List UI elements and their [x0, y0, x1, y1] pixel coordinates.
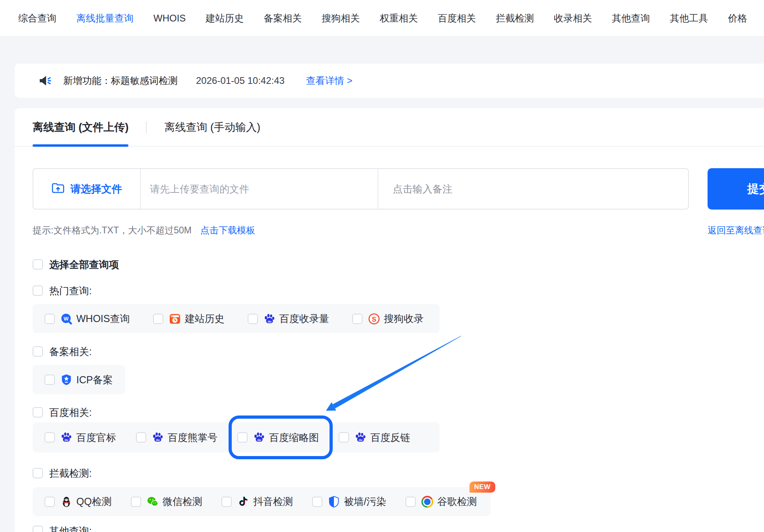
sogou-icon: S: [368, 313, 380, 325]
option-strip: WWHOIS查询建站历史du百度收录量S搜狗收录: [33, 304, 440, 333]
nav-item[interactable]: 收录相关: [554, 12, 592, 25]
option-checkbox[interactable]: [405, 497, 416, 507]
query-option[interactable]: du百度反链: [339, 431, 410, 444]
wechat-icon: [147, 496, 159, 508]
file-upload-input[interactable]: 请先上传要查询的文件: [141, 169, 378, 209]
option-checkbox[interactable]: [312, 497, 322, 507]
option-checkbox[interactable]: [131, 497, 141, 507]
tab-offline-file-upload[interactable]: 离线查询 (文件上传): [33, 108, 128, 146]
option-checkbox[interactable]: [153, 314, 163, 324]
tip-text: 提示:文件格式为.TXT，大小不超过50M: [33, 224, 192, 237]
option-strip: QQ检测微信检测抖音检测被墙/污染谷歌检测NEW: [33, 487, 491, 516]
tip-row: 提示:文件格式为.TXT，大小不超过50M 点击下载模板: [33, 224, 255, 237]
query-option[interactable]: du百度官标: [45, 431, 116, 444]
query-option[interactable]: QQ检测: [45, 495, 112, 508]
new-badge: NEW: [469, 482, 495, 493]
tab-label: 离线查询 (手动输入): [164, 120, 260, 134]
select-all-checkbox[interactable]: [33, 259, 43, 270]
choose-file-button[interactable]: 请选择文件: [33, 169, 141, 209]
svg-text:du: du: [64, 438, 68, 442]
baidu-icon: du: [60, 431, 72, 443]
nav-item[interactable]: 搜狗相关: [322, 12, 360, 25]
option-label: 建站历史: [185, 312, 225, 325]
option-label: QQ检测: [76, 495, 112, 508]
option-checkbox[interactable]: [248, 314, 258, 324]
option-checkbox[interactable]: [45, 314, 55, 324]
nav-item[interactable]: 拦截检测: [496, 12, 534, 25]
choose-file-label: 请选择文件: [70, 182, 122, 196]
option-checkbox[interactable]: [45, 375, 55, 385]
qq-icon: [60, 496, 72, 508]
svg-text:du: du: [268, 319, 271, 323]
baidu-icon: du: [152, 431, 164, 443]
section-label-row: 备案相关:: [33, 346, 92, 357]
query-option[interactable]: 建站历史: [153, 312, 225, 325]
nav-item[interactable]: 备案相关: [264, 12, 302, 25]
nav-item[interactable]: 价格: [728, 12, 747, 25]
option-label: 搜狗收录: [384, 312, 424, 325]
notice-time: 2026-01-05 10:42:43: [196, 75, 285, 86]
section-label: 拦截检测:: [49, 467, 92, 480]
note-input[interactable]: 点击输入备注: [378, 169, 688, 209]
return-offline-link[interactable]: 返回至离线查询: [708, 224, 764, 237]
option-strip: du百度官标du百度熊掌号du百度缩略图du百度反链: [33, 422, 440, 452]
section-label: 备案相关:: [49, 345, 92, 358]
option-checkbox[interactable]: [339, 432, 349, 443]
query-option[interactable]: WWHOIS查询: [45, 312, 130, 325]
nav-item[interactable]: 其他查询: [612, 12, 650, 25]
option-checkbox[interactable]: [352, 314, 363, 324]
whois-icon: W: [60, 313, 72, 325]
nav-item[interactable]: 权重相关: [380, 12, 418, 25]
option-label: 微信检测: [163, 495, 202, 508]
query-option[interactable]: 微信检测: [131, 495, 202, 508]
douyin-icon: [237, 496, 249, 508]
query-option[interactable]: ICP备案: [45, 373, 113, 386]
query-option[interactable]: S搜狗收录: [352, 312, 424, 325]
option-checkbox[interactable]: [45, 432, 55, 443]
select-all-label: 选择全部查询项: [49, 258, 119, 271]
option-strip: ICP备案: [33, 365, 125, 394]
nav-item[interactable]: 离线批量查询: [76, 12, 134, 25]
option-checkbox[interactable]: [45, 497, 55, 507]
query-option[interactable]: 抖音检测: [221, 495, 293, 508]
section-label: 其他查询:: [49, 524, 92, 532]
option-label: 百度官标: [76, 431, 116, 444]
download-template-link[interactable]: 点击下载模板: [200, 224, 255, 237]
tab-offline-manual-input[interactable]: 离线查询 (手动输入): [164, 108, 260, 146]
section-label-row: 拦截检测:: [33, 467, 92, 479]
query-option[interactable]: du百度缩略图: [237, 431, 319, 444]
query-option[interactable]: 谷歌检测: [405, 495, 477, 508]
notice-bar: 新增功能：标题敏感词检测 2026-01-05 10:42:43 查看详情 >: [15, 64, 764, 98]
nav-item[interactable]: WHOIS: [153, 13, 186, 24]
section-checkbox[interactable]: [33, 346, 43, 357]
option-label: 被墙/污染: [344, 495, 386, 508]
option-checkbox[interactable]: [136, 432, 146, 443]
nav-item[interactable]: 综合查询: [18, 12, 56, 25]
option-checkbox[interactable]: [221, 497, 232, 507]
submit-button[interactable]: 提交: [708, 168, 764, 210]
section-checkbox[interactable]: [33, 285, 43, 296]
top-nav: 综合查询离线批量查询WHOIS建站历史备案相关搜狗相关权重相关百度相关拦截检测收…: [0, 0, 764, 37]
shield-split-icon: [328, 496, 340, 508]
section-checkbox[interactable]: [33, 526, 43, 532]
section-checkbox[interactable]: [33, 468, 43, 478]
option-label: WHOIS查询: [76, 312, 130, 325]
query-option[interactable]: du百度收录量: [248, 312, 329, 325]
nav-item[interactable]: 其他工具: [670, 12, 708, 25]
option-checkbox[interactable]: [237, 432, 248, 443]
svg-text:W: W: [64, 315, 69, 321]
query-option[interactable]: 被墙/污染: [312, 495, 386, 508]
query-option[interactable]: du百度熊掌号: [136, 431, 217, 444]
icp-shield-icon: [60, 374, 72, 386]
nav-item[interactable]: 百度相关: [438, 12, 476, 25]
svg-text:S: S: [372, 315, 376, 323]
select-all-row: 选择全部查询项: [33, 258, 119, 270]
folder-upload-icon: [51, 182, 65, 196]
svg-text:du: du: [156, 438, 160, 442]
option-label: 谷歌检测: [437, 495, 477, 508]
notice-detail-link[interactable]: 查看详情 >: [306, 74, 353, 87]
option-label: 百度熊掌号: [168, 431, 217, 444]
nav-item[interactable]: 建站历史: [206, 12, 244, 25]
option-label: 抖音检测: [253, 495, 293, 508]
section-checkbox[interactable]: [33, 407, 43, 417]
